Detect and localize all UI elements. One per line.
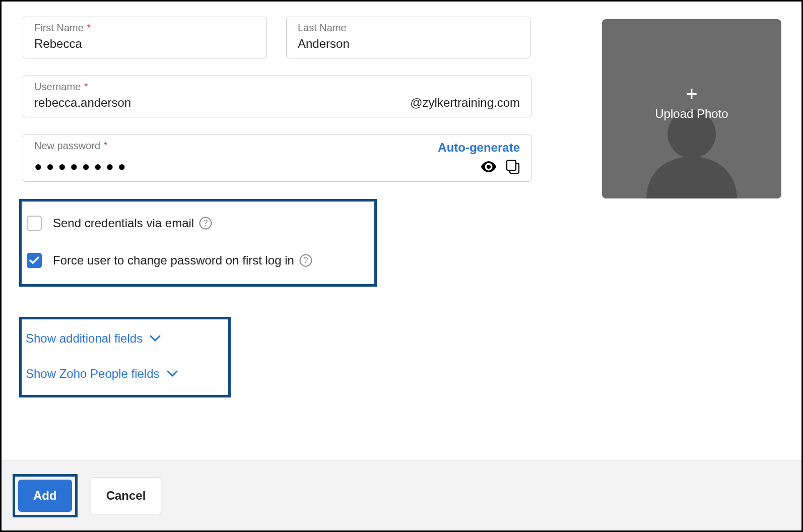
eye-icon[interactable] — [481, 161, 497, 172]
force-change-label: Force user to change password on first l… — [53, 253, 312, 268]
send-credentials-checkbox[interactable] — [27, 216, 42, 231]
force-change-row: Force user to change password on first l… — [26, 248, 370, 273]
dialog-footer: Add Cancel — [2, 460, 801, 530]
password-label-text: New password — [34, 140, 100, 152]
username-label: Username * — [34, 81, 520, 93]
name-row: First Name * Last Name — [23, 17, 531, 58]
send-credentials-label: Send credentials via email ? — [53, 216, 212, 230]
password-label: New password * — [34, 140, 107, 152]
required-asterisk-icon: * — [104, 141, 107, 151]
upload-photo-box[interactable]: + Upload Photo — [602, 19, 781, 198]
last-name-field[interactable]: Last Name — [286, 17, 530, 58]
username-input[interactable] — [34, 96, 410, 110]
last-name-label: Last Name — [298, 22, 519, 34]
upload-photo-label: Upload Photo — [655, 107, 728, 121]
last-name-input[interactable] — [298, 37, 519, 51]
svg-text:?: ? — [204, 219, 208, 227]
password-field[interactable]: New password * Auto-generate ●●●●●●●● — [23, 135, 531, 182]
expand-links-highlight-box: Show additional fields Show Zoho People … — [19, 317, 231, 397]
required-asterisk-icon: * — [84, 82, 88, 92]
force-change-text: Force user to change password on first l… — [53, 253, 294, 268]
plus-icon: + — [686, 84, 697, 104]
help-icon[interactable]: ? — [299, 254, 312, 267]
first-name-label-text: First Name — [34, 22, 84, 34]
send-credentials-text: Send credentials via email — [53, 216, 194, 230]
username-domain-suffix: @zylkertraining.com — [410, 96, 520, 110]
chevron-down-icon — [167, 370, 178, 377]
force-change-checkbox[interactable] — [27, 253, 42, 268]
username-label-text: Username — [34, 81, 81, 93]
password-icons — [481, 159, 520, 174]
password-mask: ●●●●●●●● — [34, 159, 130, 174]
cancel-button[interactable]: Cancel — [91, 477, 162, 514]
username-row: Username * @zylkertraining.com — [23, 76, 531, 117]
show-additional-fields-text: Show additional fields — [26, 331, 143, 346]
copy-icon[interactable] — [506, 159, 520, 174]
send-credentials-row: Send credentials via email ? — [26, 211, 370, 236]
chevron-down-icon — [150, 335, 161, 342]
password-header: New password * Auto-generate — [34, 140, 520, 155]
options-highlight-box: Send credentials via email ? Force user … — [19, 199, 377, 287]
svg-point-0 — [487, 165, 491, 169]
svg-text:?: ? — [303, 256, 308, 264]
last-name-label-text: Last Name — [298, 22, 347, 34]
add-user-dialog: First Name * Last Name Username * — [0, 0, 803, 532]
form-content: First Name * Last Name Username * — [2, 2, 801, 397]
username-field[interactable]: Username * @zylkertraining.com — [23, 76, 531, 117]
show-zoho-people-fields-text: Show Zoho People fields — [26, 367, 160, 381]
required-asterisk-icon: * — [87, 23, 91, 33]
first-name-label: First Name * — [34, 22, 255, 34]
photo-column: + Upload Photo — [602, 17, 781, 397]
upload-stack: + Upload Photo — [602, 84, 781, 121]
password-row: New password * Auto-generate ●●●●●●●● — [23, 135, 531, 182]
form-left-column: First Name * Last Name Username * — [23, 17, 531, 397]
show-additional-fields-link[interactable]: Show additional fields — [26, 328, 225, 349]
add-button[interactable]: Add — [18, 480, 72, 512]
first-name-field[interactable]: First Name * — [23, 17, 267, 58]
add-button-highlight: Add — [13, 474, 78, 517]
help-icon[interactable]: ? — [199, 217, 212, 230]
username-value-row: @zylkertraining.com — [34, 96, 520, 110]
svg-rect-2 — [507, 160, 516, 170]
first-name-input[interactable] — [34, 37, 255, 51]
show-zoho-people-fields-link[interactable]: Show Zoho People fields — [26, 364, 225, 384]
auto-generate-link[interactable]: Auto-generate — [438, 141, 520, 155]
password-value-row: ●●●●●●●● — [34, 159, 520, 174]
